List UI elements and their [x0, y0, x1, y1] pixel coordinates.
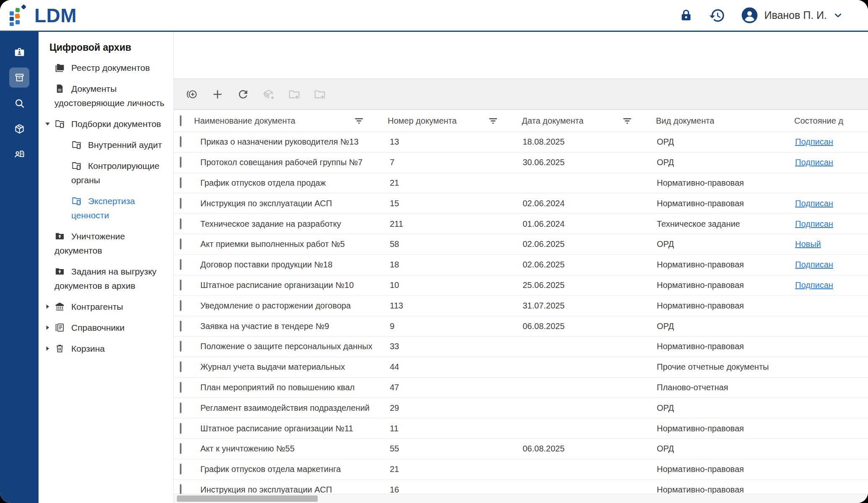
status-link[interactable]: Подписан	[795, 219, 833, 228]
row-checkbox[interactable]	[180, 280, 181, 290]
cell-document-number: 7	[388, 158, 522, 167]
horizontal-scrollbar-thumb[interactable]	[177, 495, 318, 502]
add-button[interactable]	[210, 87, 225, 101]
column-header-4[interactable]: Вид документа	[656, 116, 794, 126]
nav-item-label: Контрагенты	[71, 302, 123, 311]
column-header-5[interactable]: Состояние документа	[794, 116, 868, 126]
row-checkbox[interactable]	[180, 136, 181, 147]
rail-item-assignments[interactable]	[9, 144, 29, 164]
rail-item-digital-archive[interactable]	[9, 67, 29, 88]
lock-icon[interactable]	[679, 8, 694, 23]
filter-icon[interactable]	[623, 117, 632, 124]
rail-item-search[interactable]	[9, 93, 29, 113]
cell-document-number: 55	[388, 444, 522, 454]
table-row[interactable]: Договор поставки продукции №181802.06.20…	[174, 255, 868, 275]
table-row[interactable]: Акт приемки выполненных работ №55802.06.…	[174, 234, 868, 255]
filter-icon[interactable]	[355, 117, 363, 124]
select-all-checkbox[interactable]	[180, 115, 181, 126]
cell-document-name: Инструкция по эксплуатации АСП	[194, 485, 388, 495]
nav-item-regulators[interactable]: Контролирующие органы	[39, 159, 174, 187]
caret-down-icon[interactable]	[44, 121, 51, 127]
cell-document-type: Нормативно-правовая	[656, 178, 794, 188]
user-menu[interactable]: Иванов П. И.	[741, 6, 844, 24]
table-row[interactable]: График отпусков отдела маркетинга21Норма…	[174, 459, 868, 480]
caret-right-icon[interactable]	[44, 303, 51, 310]
status-link[interactable]: Подписан	[795, 280, 833, 290]
row-checkbox[interactable]	[180, 321, 181, 332]
nav-item-internal-audit[interactable]: Внутренний аудит	[39, 138, 174, 152]
table-row[interactable]: План мероприятий по повышению квал47План…	[174, 378, 868, 398]
nav-tree: Реестр документовДокументы удостоверяющи…	[39, 61, 174, 356]
table-row[interactable]: Штатное расписание организации №1111Норм…	[174, 418, 868, 439]
caret-right-icon[interactable]	[44, 324, 51, 331]
rail-item-documents-badge[interactable]	[9, 42, 29, 62]
row-checkbox[interactable]	[180, 300, 181, 311]
rail-item-packages[interactable]	[9, 119, 29, 139]
table-row[interactable]: Протокол совещания рабочей группы №7730.…	[174, 153, 868, 173]
nav-item-label: Документы удостоверяющие личность	[54, 84, 164, 108]
row-checkbox[interactable]	[180, 443, 181, 454]
table-row[interactable]: Акт к уничтожению №555506.08.2025ОРД	[174, 439, 868, 459]
row-checkbox[interactable]	[180, 239, 181, 249]
row-checkbox[interactable]	[180, 423, 181, 434]
table-row[interactable]: Техническое задание на разработку21101.0…	[174, 214, 868, 234]
row-checkbox[interactable]	[180, 341, 181, 352]
row-checkbox[interactable]	[180, 361, 181, 372]
content-header-space	[174, 32, 868, 78]
add-to-collection-button[interactable]	[185, 87, 199, 101]
cell-document-date: 18.08.2025	[522, 137, 656, 147]
status-link[interactable]: Подписан	[795, 158, 833, 167]
status-link[interactable]: Подписан	[795, 199, 833, 208]
nav-item-registry[interactable]: Реестр документов	[39, 61, 174, 75]
column-header-2[interactable]: Номер документа	[388, 116, 522, 126]
caret-right-icon[interactable]	[44, 345, 51, 352]
cell-document-name: Акт приемки выполненных работ №5	[194, 239, 388, 249]
cell-document-name: Штатное расписание организации №10	[194, 280, 388, 290]
table-row[interactable]: Приказ о назначении руководителя №131318…	[174, 132, 868, 153]
nav-item-export-tasks[interactable]: Задания на выгрузку документов в архив	[39, 264, 174, 293]
row-checkbox[interactable]	[180, 464, 181, 474]
nav-item-identity-docs[interactable]: Документы удостоверяющие личность	[39, 82, 174, 110]
cell-document-date: 31.07.2025	[522, 301, 656, 311]
nav-item-value-expertise[interactable]: Экспертиза ценности	[39, 194, 174, 223]
cell-document-number: 15	[388, 199, 522, 208]
filter-icon[interactable]	[489, 117, 497, 124]
nav-item-trash[interactable]: Корзина	[39, 342, 174, 356]
table-row[interactable]: Регламент взаимодействия подразделений29…	[174, 398, 868, 418]
nav-item-destruction[interactable]: Уничтожение документов	[39, 229, 174, 258]
cell-document-type: Нормативно-правовая	[656, 260, 794, 270]
status-link[interactable]: Подписан	[795, 137, 833, 146]
nav-item-collections[interactable]: Подборки документов	[39, 117, 174, 131]
table-row[interactable]: Заявка на участие в тендере №9906.08.202…	[174, 316, 868, 337]
horizontal-scrollbar[interactable]	[174, 494, 868, 503]
table-row[interactable]: Штатное расписание организации №101025.0…	[174, 275, 868, 296]
expand-add-icon	[186, 88, 198, 101]
cell-document-date: 25.06.2025	[522, 280, 656, 290]
row-checkbox[interactable]	[180, 218, 181, 229]
cell-document-name: Акт к уничтожению №55	[194, 444, 388, 454]
row-checkbox[interactable]	[180, 177, 181, 188]
table-row[interactable]: Уведомление о расторжении договора11331.…	[174, 296, 868, 316]
status-link[interactable]: Подписан	[795, 260, 833, 269]
table-row[interactable]: График отпусков отдела продаж21Нормативн…	[174, 173, 868, 194]
cell-document-status: Подписан	[794, 158, 868, 167]
row-checkbox[interactable]	[180, 259, 181, 270]
row-checkbox[interactable]	[180, 157, 181, 168]
icon-rail	[0, 32, 39, 503]
history-icon[interactable]	[709, 7, 725, 24]
nav-item-directories[interactable]: Справочники	[39, 321, 174, 335]
refresh-button[interactable]	[236, 87, 250, 101]
row-checkbox[interactable]	[180, 382, 181, 393]
cell-document-date: 06.08.2025	[522, 444, 656, 454]
row-checkbox[interactable]	[180, 402, 181, 413]
table-row[interactable]: Инструкция по эксплуатации АСП1502.06.20…	[174, 193, 868, 214]
row-checkbox[interactable]	[180, 198, 181, 209]
nav-item-counterparties[interactable]: Контрагенты	[39, 300, 174, 314]
trash-icon	[54, 343, 65, 354]
status-link[interactable]: Новый	[795, 239, 821, 249]
folder-up-icon	[54, 231, 65, 241]
column-header-3[interactable]: Дата документа	[522, 116, 656, 126]
table-row[interactable]: Журнал учета выдачи материальных44Прочие…	[174, 357, 868, 378]
table-row[interactable]: Положение о защите персональных данных33…	[174, 337, 868, 357]
column-header-1[interactable]: Наименование документа	[194, 116, 388, 126]
